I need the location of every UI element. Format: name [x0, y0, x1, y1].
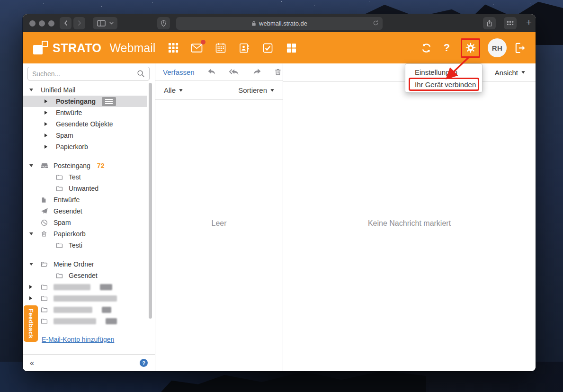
reading-empty-message: Keine Nachricht markiert — [283, 219, 536, 228]
folder-item-papierkorb[interactable]: Papierkorb — [23, 228, 147, 240]
chevron-down-icon — [109, 22, 114, 24]
folder-item-papierkorb[interactable]: Papierkorb — [23, 141, 147, 152]
folder-item-gesendet[interactable]: Gesendet — [23, 270, 147, 281]
caret-right-icon[interactable] — [29, 296, 41, 300]
search-input[interactable] — [32, 70, 137, 78]
folder-icon — [41, 317, 48, 325]
share-button[interactable] — [483, 17, 496, 29]
trash-icon — [274, 68, 282, 76]
folder-item-gesendete-objekte[interactable]: Gesendete Objekte — [23, 118, 147, 130]
app-header: STRATOWebmail — [23, 32, 536, 63]
tab-overview-button[interactable] — [504, 17, 517, 29]
folder-label: Gesendet — [69, 272, 98, 279]
folder-item-unwanted[interactable]: Unwanted — [23, 183, 147, 194]
settings-button[interactable] — [464, 42, 477, 54]
folder-icon — [56, 173, 63, 181]
folder-item-entwürfe[interactable]: Entwürfe — [23, 107, 147, 118]
caret-right-icon[interactable] — [45, 99, 56, 103]
redacted-label — [54, 318, 96, 324]
forward-button[interactable] — [73, 17, 85, 29]
folder-item-spam[interactable]: Spam — [23, 130, 147, 141]
calendar-icon[interactable] — [214, 42, 227, 54]
folder-label: Gesendet — [54, 207, 82, 215]
folder-item-meine-ordner[interactable]: Meine Ordner — [23, 258, 147, 270]
compose-button[interactable]: Verfassen — [163, 68, 195, 76]
add-account-link[interactable]: E-Mail-Konto hinzufügen — [42, 336, 114, 343]
new-tab-button[interactable]: + — [526, 17, 532, 28]
avatar[interactable]: RH — [488, 38, 507, 57]
sort-dropdown[interactable]: Sortieren — [238, 86, 274, 94]
filter-dropdown[interactable]: Alle — [164, 86, 183, 94]
folder-item-test[interactable]: Test — [23, 171, 147, 183]
caret-right-icon[interactable] — [45, 134, 56, 137]
forward-icon — [252, 68, 261, 75]
help-button[interactable]: ? — [440, 42, 453, 54]
folder-item-testi[interactable]: Testi — [23, 240, 147, 251]
browser-toolbar: webmail.strato.de + — [23, 14, 536, 32]
feedback-tab[interactable]: Feedback — [24, 305, 38, 342]
reply-icon — [207, 68, 216, 75]
caret-down-icon[interactable] — [29, 263, 41, 266]
folder-icon — [56, 241, 63, 249]
folder-item-redacted[interactable] — [23, 281, 147, 293]
unread-count: 72 — [97, 162, 105, 169]
logout-button[interactable] — [514, 42, 527, 54]
caret-down-icon[interactable] — [29, 164, 41, 167]
folder-label: Meine Ordner — [54, 260, 94, 268]
caret-right-icon[interactable] — [45, 145, 56, 149]
redacted-badge — [100, 284, 112, 290]
strato-logo[interactable]: STRATOWebmail — [33, 41, 155, 55]
zoom-button[interactable] — [48, 20, 54, 27]
caret-right-icon[interactable] — [45, 122, 56, 126]
folder-label: Papierkorb — [56, 143, 88, 151]
menu-item-geraet-verbinden[interactable]: Ihr Gerät verbinden — [405, 79, 482, 91]
sidebar-icon — [97, 20, 106, 27]
contacts-icon[interactable] — [238, 42, 250, 54]
gear-icon — [465, 42, 476, 53]
folder-item-redacted[interactable] — [23, 315, 147, 327]
menu-item-einstellungen[interactable]: Einstellungen — [405, 66, 482, 79]
address-bar[interactable]: webmail.strato.de — [176, 17, 383, 30]
content-blocker-button[interactable] — [157, 17, 170, 29]
sidebar-toggle-button[interactable] — [93, 17, 117, 29]
folder-item-redacted[interactable] — [23, 304, 147, 315]
collapse-sidebar-button[interactable]: « — [30, 359, 34, 367]
portal-icon[interactable] — [285, 42, 298, 54]
delete-button[interactable] — [274, 68, 282, 76]
list-filter-row: Alle Sortieren — [155, 81, 283, 100]
folder-item-gesendet[interactable]: Gesendet — [23, 205, 147, 217]
view-dropdown[interactable]: Ansicht — [495, 69, 525, 77]
mail-icon[interactable] — [190, 42, 203, 54]
tasks-icon[interactable] — [261, 42, 274, 54]
help-icon[interactable]: ? — [140, 359, 148, 367]
back-button[interactable] — [60, 17, 71, 29]
minimize-button[interactable] — [39, 20, 45, 27]
search-icon[interactable] — [137, 70, 145, 78]
caret-down-icon[interactable] — [29, 232, 41, 235]
refresh-icon — [420, 42, 432, 54]
search-box — [27, 67, 150, 80]
folder-item-spam[interactable]: Spam — [23, 217, 147, 228]
folder-open-icon — [41, 260, 48, 268]
caret-down-icon[interactable] — [29, 89, 41, 91]
reply-button[interactable] — [207, 68, 216, 75]
folder-item-posteingang[interactable]: Posteingang72 — [23, 160, 147, 171]
folder-label: Gesendete Objekte — [56, 120, 113, 128]
folder-item-entwürfe[interactable]: Entwürfe — [23, 194, 147, 205]
chevron-right-icon — [77, 20, 82, 26]
folder-context-menu-button[interactable] — [102, 97, 116, 106]
forward-button[interactable] — [252, 68, 261, 75]
sidebar-scrollbar[interactable] — [149, 83, 152, 319]
browser-window: webmail.strato.de + STRATOWebmail — [23, 14, 536, 371]
apps-grid-icon[interactable] — [167, 42, 179, 54]
folder-item-posteingang[interactable]: Posteingang — [23, 96, 147, 107]
reply-all-button[interactable] — [229, 69, 240, 76]
folder-item-unified-mail[interactable]: Unified Mail — [23, 84, 147, 96]
caret-right-icon[interactable] — [29, 285, 41, 289]
folder-tree: Unified MailPosteingangEntwürfeGesendete… — [23, 84, 155, 327]
folder-item-redacted[interactable] — [23, 293, 147, 304]
refresh-button[interactable] — [420, 42, 433, 54]
reload-button[interactable] — [373, 20, 379, 27]
caret-right-icon[interactable] — [45, 111, 56, 115]
close-button[interactable] — [29, 20, 36, 27]
